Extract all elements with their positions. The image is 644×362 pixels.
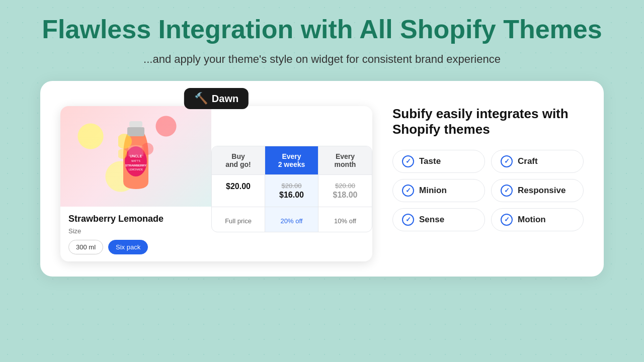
price-cell-monthly: $20.00 $18.00 [318, 174, 372, 207]
theme-badges-grid: ✓ Taste ✓ Craft ✓ Minion ✓ Responsive ✓ [392, 150, 584, 231]
discount-monthly: 10% off [323, 217, 368, 225]
theme-label-sense: Sense [419, 215, 444, 225]
check-icon-taste: ✓ [402, 155, 414, 167]
theme-label-responsive: Responsive [518, 186, 566, 196]
dawn-badge: 🔨 Dawn [184, 88, 249, 109]
product-section: 🔨 Dawn UNCLE M [60, 96, 372, 261]
theme-badge-minion: ✓ Minion [392, 179, 485, 202]
svg-point-8 [141, 143, 153, 155]
product-details: Strawberry Lemonade Size 300 ml Six pack [60, 207, 211, 261]
discount-buy: Full price [216, 217, 261, 225]
price-original-monthly: $20.00 [323, 182, 368, 190]
pricing-body-prices: $20.00 $20.00 $16.00 $20.00 $18.00 [212, 174, 372, 207]
col-header-buy: Buyand go! [212, 146, 265, 174]
pricing-header: Buyand go! Every2 weeks Everymonth [212, 146, 372, 174]
product-image: UNCLE MATT'S STRAWBERRY LEMONADE [60, 106, 211, 207]
main-card: 🔨 Dawn UNCLE M [40, 81, 604, 277]
theme-badge-responsive: ✓ Responsive [491, 179, 584, 202]
subtitle: ...and apply your theme's style on widge… [30, 53, 614, 66]
check-icon-sense: ✓ [402, 214, 414, 226]
product-widget: UNCLE MATT'S STRAWBERRY LEMONADE [60, 106, 372, 261]
theme-badge-craft: ✓ Craft [491, 150, 584, 173]
check-icon-craft: ✓ [501, 155, 513, 167]
col-header-monthly: Everymonth [318, 146, 372, 174]
bottle-svg: UNCLE MATT'S STRAWBERRY LEMONADE [118, 121, 153, 192]
price-buy: $20.00 [216, 182, 261, 191]
theme-badge-motion: ✓ Motion [491, 208, 584, 231]
theme-label-craft: Craft [518, 156, 538, 166]
left-product: UNCLE MATT'S STRAWBERRY LEMONADE [60, 106, 211, 261]
theme-label-taste: Taste [419, 156, 441, 166]
discount-biweekly: 20% off [269, 217, 314, 225]
svg-text:LEMONADE: LEMONADE [129, 168, 143, 171]
col-header-biweekly[interactable]: Every2 weeks [265, 146, 318, 174]
check-icon-minion: ✓ [402, 185, 414, 197]
info-section: Subify easily integrates with Shopify th… [392, 96, 584, 231]
svg-text:STRAWBERRY: STRAWBERRY [125, 164, 146, 167]
price-biweekly: $16.00 [269, 191, 314, 200]
discount-cell-monthly: 10% off [318, 207, 372, 232]
pricing-table: Buyand go! Every2 weeks Everymonth $20.0… [211, 146, 372, 232]
dawn-label: Dawn [212, 93, 238, 105]
check-icon-responsive: ✓ [501, 185, 513, 197]
size-btn-sixpack[interactable]: Six pack [108, 240, 148, 254]
theme-badge-sense: ✓ Sense [392, 208, 485, 231]
discount-cell-buy: Full price [212, 207, 265, 232]
svg-rect-0 [129, 121, 142, 127]
price-cell-biweekly: $20.00 $16.00 [265, 174, 318, 207]
page-wrapper: Flawless Integration with All Shopify Th… [0, 0, 644, 277]
discount-cell-biweekly: 20% off [265, 207, 318, 232]
hammer-icon: 🔨 [194, 92, 208, 105]
theme-badge-taste: ✓ Taste [392, 150, 485, 173]
size-btn-300ml[interactable]: 300 ml [68, 240, 103, 254]
svg-rect-1 [127, 127, 144, 136]
svg-text:MATT'S: MATT'S [131, 159, 140, 162]
size-options: 300 ml Six pack [68, 240, 203, 254]
main-title: Flawless Integration with All Shopify Th… [30, 15, 614, 44]
price-monthly: $18.00 [323, 191, 368, 200]
price-cell-buy: $20.00 [212, 174, 265, 207]
check-icon-motion: ✓ [501, 214, 513, 226]
theme-label-motion: Motion [518, 215, 546, 225]
price-original-biweekly: $20.00 [269, 182, 314, 190]
info-title: Subify easily integrates with Shopify th… [392, 106, 584, 137]
product-name: Strawberry Lemonade [68, 214, 203, 224]
size-label: Size [68, 227, 203, 235]
pricing-body-discounts: Full price 20% off 10% off [212, 207, 372, 232]
theme-label-minion: Minion [419, 186, 447, 196]
